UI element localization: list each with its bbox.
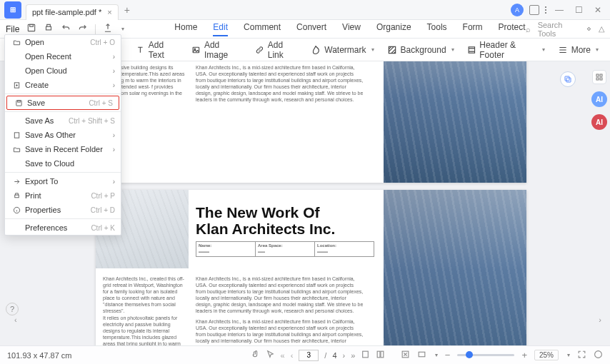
background-button[interactable]: Background▾ <box>387 45 454 55</box>
tab-organize[interactable]: Organize <box>376 22 411 36</box>
print-icon <box>11 192 22 200</box>
menu-open[interactable]: OpenCtrl + O <box>5 35 121 49</box>
svg-rect-14 <box>16 100 21 105</box>
read-mode-icon[interactable] <box>594 350 603 360</box>
search-tools-input[interactable]: Search Tools <box>538 21 579 38</box>
add-image-button[interactable]: Add Image <box>191 40 242 60</box>
close-window-button[interactable]: ✕ <box>591 5 604 15</box>
tab-view[interactable]: View <box>342 22 361 36</box>
svg-point-24 <box>595 351 602 358</box>
prev-page-icon[interactable]: ‹ <box>291 351 294 360</box>
menu-open-cloud[interactable]: Open Cloud› <box>5 64 121 78</box>
tab-tools[interactable]: Tools <box>427 22 447 36</box>
doc-text-block: Khan Architects Inc., is a mid-sized arc… <box>196 318 364 345</box>
file-menu: OpenCtrl + O Open Recent› Open Cloud› Cr… <box>4 34 121 236</box>
tab-comment[interactable]: Comment <box>244 22 281 36</box>
doc-heading: The New Work Of <box>196 204 374 221</box>
file-menu-button[interactable]: File <box>6 24 26 34</box>
add-link-button[interactable]: Add Link <box>255 40 298 60</box>
doc-heading: Klan Architects Inc. <box>196 221 374 237</box>
menu-save-as-other[interactable]: Save As Other› <box>5 128 121 142</box>
add-tab-button[interactable]: + <box>124 4 130 16</box>
svg-rect-23 <box>419 352 425 357</box>
menu-properties[interactable]: PropertiesCtrl + D <box>5 203 121 217</box>
document-icon <box>11 131 22 139</box>
folder-icon <box>11 146 22 153</box>
next-page-icon[interactable]: › <box>343 351 346 360</box>
share-icon[interactable] <box>103 23 113 35</box>
first-page-icon[interactable]: « <box>281 351 285 360</box>
ai-secondary-icon[interactable]: AI <box>591 114 607 130</box>
ai-assistant-icon[interactable]: AI <box>591 91 607 107</box>
doc-text-block: It relies on photovoltaic panels for ele… <box>103 315 185 345</box>
page-number-input[interactable] <box>299 350 319 361</box>
menu-export-to[interactable]: Export To› <box>5 174 121 188</box>
zoom-value[interactable]: 25% <box>534 350 559 360</box>
menu-save[interactable]: SaveCtrl + S <box>6 96 119 110</box>
redo-icon[interactable] <box>78 23 88 35</box>
zoom-out-icon[interactable]: − <box>445 350 451 360</box>
hand-tool-icon[interactable] <box>251 350 260 360</box>
panel-toggle-icon[interactable] <box>592 70 606 84</box>
fit-width-icon[interactable] <box>417 350 426 360</box>
tab-protect[interactable]: Protect <box>499 22 526 36</box>
menu-print[interactable]: PrintCtrl + P <box>5 188 121 203</box>
status-bar: 101.93 x 47.87 cm « ‹ /4 › » ▾ − + 25%▾ <box>0 345 610 364</box>
document-page[interactable]: The New Work Of Klan Architects Inc. Nam… <box>96 190 526 345</box>
fullscreen-icon[interactable] <box>577 350 586 360</box>
more-menu-icon[interactable] <box>545 5 546 15</box>
search-icon: ⌕ <box>526 25 531 34</box>
print-icon[interactable] <box>44 23 54 35</box>
svg-rect-20 <box>377 351 380 358</box>
maximize-button[interactable]: ☐ <box>572 5 586 15</box>
document-page[interactable]: and passive building designs its interna… <box>96 61 526 183</box>
copy-badge-icon[interactable] <box>560 71 576 87</box>
menu-create[interactable]: Create› <box>5 78 121 92</box>
select-tool-icon[interactable] <box>266 350 275 360</box>
tab-edit[interactable]: Edit <box>213 22 228 36</box>
tab-title: ppt file-sample.pdf * <box>32 8 101 16</box>
more-button[interactable]: More▾ <box>558 45 599 55</box>
menu-open-recent[interactable]: Open Recent› <box>5 49 121 64</box>
page-layout2-icon[interactable] <box>376 350 385 360</box>
menu-save-as[interactable]: Save AsCtrl + Shift + S <box>5 113 121 128</box>
svg-rect-2 <box>46 26 51 30</box>
doc-table: Name:▬▬▬ Area Space:▬▬ Location:▬▬▬ <box>196 241 374 257</box>
chevron-right-icon: › <box>113 53 115 61</box>
fit-page-icon[interactable] <box>401 350 410 360</box>
chevron-right-icon: › <box>113 67 115 75</box>
svg-rect-21 <box>381 351 384 358</box>
chevron-right-icon: › <box>113 146 115 153</box>
add-text-button[interactable]: Add Text <box>136 40 179 60</box>
menu-save-recent-folder[interactable]: Save in Recent Folder› <box>5 142 121 156</box>
last-page-icon[interactable]: » <box>351 351 355 360</box>
tab-convert[interactable]: Convert <box>296 22 326 36</box>
watermark-button[interactable]: Watermark▾ <box>311 45 374 55</box>
svg-rect-6 <box>469 46 474 52</box>
document-tab[interactable]: ppt file-sample.pdf * × <box>26 4 119 20</box>
tab-form[interactable]: Form <box>463 22 483 36</box>
scroll-left-icon[interactable]: ‹ <box>14 315 17 324</box>
title-bar: ⊞ ppt file-sample.pdf * × + A — ☐ ✕ <box>0 0 610 20</box>
header-footer-button[interactable]: Header & Footer▾ <box>467 40 545 60</box>
notes-icon[interactable] <box>529 5 539 15</box>
svg-rect-16 <box>14 132 19 137</box>
tab-home[interactable]: Home <box>174 22 197 36</box>
export-icon <box>11 178 22 186</box>
scroll-right-icon[interactable]: › <box>599 315 601 324</box>
qat-dropdown[interactable]: ▾ <box>121 26 124 32</box>
expand-icon[interactable]: △ <box>599 24 604 34</box>
collapse-ribbon-icon[interactable]: ⋄ <box>586 24 591 34</box>
zoom-slider[interactable] <box>457 354 514 356</box>
page-layout-icon[interactable] <box>361 350 370 360</box>
undo-icon[interactable] <box>61 23 71 35</box>
minimize-button[interactable]: — <box>552 5 566 15</box>
menu-preferences[interactable]: PreferencesCtrl + K <box>5 221 121 235</box>
svg-rect-1 <box>30 24 34 26</box>
menu-save-to-cloud[interactable]: Save to Cloud <box>5 156 121 171</box>
help-icon[interactable]: ? <box>6 303 19 315</box>
avatar[interactable]: A <box>511 4 524 16</box>
close-tab-icon[interactable]: × <box>107 8 111 16</box>
save-icon[interactable] <box>26 23 36 35</box>
zoom-in-icon[interactable]: + <box>521 350 527 360</box>
